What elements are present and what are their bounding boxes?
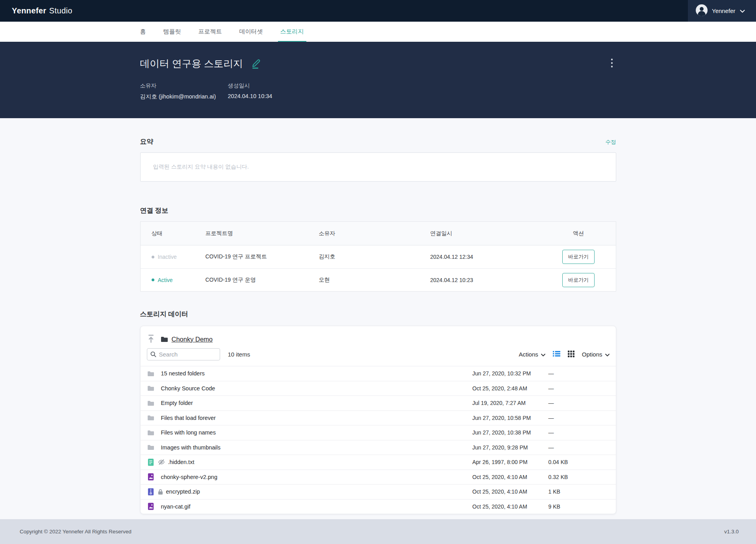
tab-3[interactable]: 프로젝트	[198, 22, 222, 42]
file-size: —	[548, 400, 610, 406]
status-cell: Active	[152, 277, 206, 283]
kebab-menu-icon	[611, 63, 613, 69]
created-field: 생성일시 2024.04.10 10:34	[228, 82, 272, 100]
status-dot	[152, 256, 154, 258]
file-row[interactable]: .hidden.txt Apr 26, 1997, 8:00 PM 0.04 K…	[141, 455, 616, 470]
chevron-down-icon	[740, 7, 745, 15]
tab-4[interactable]: 데이터셋	[239, 22, 263, 42]
folder-icon	[147, 415, 155, 421]
owner-field: 소유자 김지호 (jihokim@mondrian.ai)	[140, 82, 228, 100]
list-view-toggle[interactable]	[553, 351, 560, 358]
edit-title-button[interactable]	[250, 58, 261, 70]
status-dot	[152, 278, 154, 281]
connection-owner: 오현	[319, 277, 430, 284]
file-date: Oct 25, 2020, 4:10 AM	[472, 503, 548, 510]
search-input[interactable]	[147, 348, 220, 360]
options-dropdown-button[interactable]: Options	[582, 351, 610, 358]
connection-date: 2024.04.12 12:34	[430, 254, 552, 260]
created-value: 2024.04.10 10:34	[228, 93, 272, 99]
file-row[interactable]: Empty folder Jul 19, 2020, 7:27 AM —	[141, 395, 616, 410]
grid-view-toggle[interactable]	[568, 351, 574, 358]
main-tabbar: 홈 템플릿 프로젝트 데이터셋 스토리지	[0, 22, 756, 42]
folder-icon	[147, 430, 155, 436]
actions-dropdown-button[interactable]: Actions	[519, 351, 545, 358]
file-size: —	[548, 444, 610, 451]
summary-heading: 요약	[140, 137, 154, 146]
folder-icon	[147, 444, 155, 450]
file-size: 0.04 KB	[548, 459, 610, 465]
archive-file-icon	[147, 488, 155, 496]
file-row[interactable]: chonky-sphere-v2.png Oct 25, 2020, 4:10 …	[141, 470, 616, 485]
connections-section: 연결 정보 상태 프로젝트명 소유자 연결일시 액션 Inactive COVI…	[140, 182, 616, 291]
chevron-down-icon	[541, 351, 545, 358]
col-status: 상태	[152, 230, 206, 237]
connections-table: 상태 프로젝트명 소유자 연결일시 액션 Inactive COVID-19 연…	[140, 221, 616, 291]
image-file-icon	[147, 473, 155, 481]
file-row[interactable]: Images with thumbnails Jun 27, 2020, 9:2…	[141, 440, 616, 455]
summary-placeholder: 입력된 스토리지 요약 내용이 없습니다.	[153, 163, 249, 171]
brand-logo[interactable]: Yennefer Studio	[12, 6, 72, 15]
summary-section: 요약 수정 입력된 스토리지 요약 내용이 없습니다.	[140, 118, 616, 182]
file-row[interactable]: Files with long names Jun 27, 2020, 10:3…	[141, 425, 616, 440]
owner-label: 소유자	[140, 82, 228, 89]
col-owner: 소유자	[319, 230, 430, 237]
project-name: COVID-19 연구 운영	[206, 277, 319, 284]
go-to-project-button[interactable]: 바로가기	[562, 250, 595, 264]
more-options-button[interactable]	[608, 57, 616, 71]
folder-icon	[147, 385, 155, 391]
owner-value: 김지호 (jihokim@mondrian.ai)	[140, 93, 228, 100]
file-size: 0.32 KB	[548, 474, 610, 480]
top-navbar: Yennefer Studio Yennefer	[0, 0, 756, 22]
file-row[interactable]: nyan-cat.gif Oct 25, 2020, 4:10 AM 9 KB	[141, 499, 616, 514]
tab-2[interactable]: 템플릿	[163, 22, 181, 42]
file-name: Files with long names	[161, 429, 472, 436]
file-name: Chonky Source Code	[161, 385, 472, 392]
file-browser: Chonky Demo 10 items Actions	[140, 326, 616, 514]
file-date: Apr 26, 1997, 8:00 PM	[472, 459, 548, 465]
file-name: encrypted.zip	[166, 488, 472, 495]
file-size: —	[548, 370, 610, 377]
file-row[interactable]: Files that load forever Jun 27, 2020, 10…	[141, 410, 616, 425]
connections-table-body: Inactive COVID-19 연구 프로젝트 김지호 2024.04.12…	[141, 245, 616, 291]
main-content: 요약 수정 입력된 스토리지 요약 내용이 없습니다. 연결 정보 상태 프로젝…	[0, 118, 756, 519]
eye-slash-icon	[158, 459, 165, 465]
user-menu-button[interactable]: Yennefer	[688, 0, 756, 22]
text-file-icon	[147, 459, 155, 466]
connections-table-header: 상태 프로젝트명 소유자 연결일시 액션	[141, 222, 616, 245]
storage-data-section: 스토리지 데이터 Chonky Demo	[140, 291, 616, 514]
file-size: —	[548, 415, 610, 421]
current-folder-icon	[161, 336, 168, 342]
breadcrumb-folder-link[interactable]: Chonky Demo	[172, 336, 213, 343]
image-file-icon	[147, 503, 155, 510]
connection-date: 2024.04.12 10:23	[430, 277, 552, 283]
file-name: Empty folder	[161, 400, 472, 406]
storage-hero: 데이터 연구용 스토리지 소유자 김지호	[0, 42, 756, 118]
page-title: 데이터 연구용 스토리지	[140, 57, 243, 70]
status-label: Inactive	[158, 254, 177, 260]
connections-heading: 연결 정보	[140, 206, 616, 215]
file-date: Oct 25, 2020, 2:48 AM	[472, 385, 548, 392]
tab-5[interactable]: 스토리지	[280, 22, 304, 42]
file-date: Jun 27, 2020, 10:58 PM	[472, 415, 548, 421]
brand-suffix: Studio	[49, 6, 72, 15]
user-name: Yennefer	[712, 7, 736, 14]
file-row[interactable]: Chonky Source Code Oct 25, 2020, 2:48 AM…	[141, 381, 616, 396]
col-project: 프로젝트명	[206, 230, 319, 237]
file-name: chonky-sphere-v2.png	[161, 474, 472, 480]
go-up-button[interactable]	[147, 334, 155, 345]
items-count: 10 items	[228, 351, 250, 358]
col-date: 연결일시	[430, 230, 552, 237]
file-row[interactable]: 15 nested folders Jun 27, 2020, 10:32 PM…	[141, 366, 616, 381]
status-label: Active	[158, 277, 173, 283]
file-size: 9 KB	[548, 503, 610, 510]
lock-icon	[158, 489, 163, 495]
file-name: 15 nested folders	[161, 370, 472, 377]
summary-edit-link[interactable]: 수정	[606, 139, 616, 146]
folder-icon	[147, 371, 155, 377]
file-row[interactable]: encrypted.zip Oct 25, 2020, 4:10 AM 1 KB	[141, 484, 616, 499]
list-view-icon	[553, 351, 560, 358]
tab-1[interactable]: 홈	[140, 22, 146, 42]
go-to-project-button[interactable]: 바로가기	[562, 273, 595, 287]
file-date: Jun 27, 2020, 10:32 PM	[472, 370, 548, 377]
brand-name: Yennefer	[12, 6, 46, 15]
